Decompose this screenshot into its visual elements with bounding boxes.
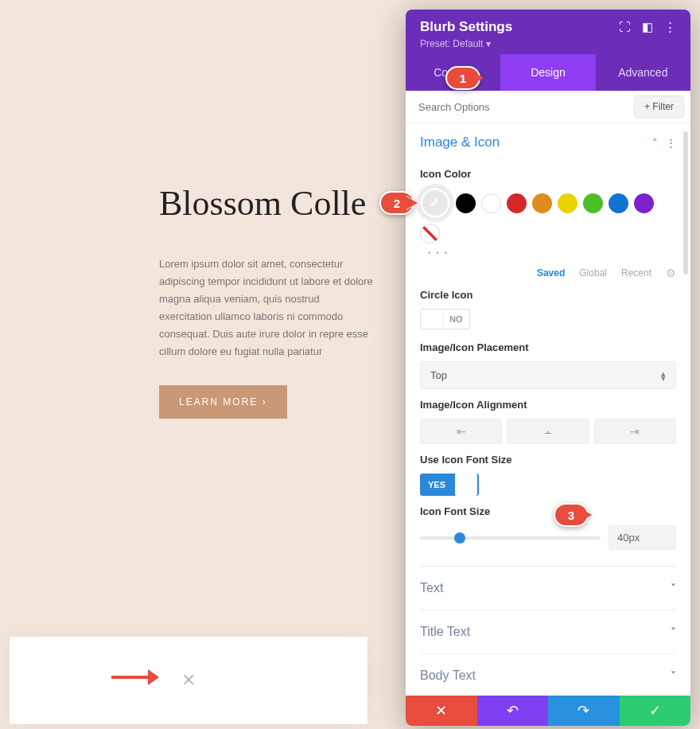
align-left-button[interactable]: ⇤ — [420, 419, 502, 444]
redo-button[interactable]: ↷ — [548, 696, 620, 726]
align-right-button[interactable]: ⇥ — [594, 419, 676, 444]
toggle-yes-label: YES — [420, 480, 453, 489]
placement-value: Top — [430, 369, 447, 381]
icon-color-label: Icon Color — [420, 168, 676, 180]
preview-card: ✕ — [10, 637, 368, 724]
preset-select[interactable]: Preset: Default ▾ — [420, 38, 676, 49]
save-button[interactable]: ✓ — [620, 696, 691, 726]
color-swatches — [420, 188, 676, 244]
filter-button[interactable]: + Filter — [634, 96, 684, 118]
section-text-label: Text — [420, 581, 443, 595]
toggle-no-label: NO — [443, 314, 469, 324]
circle-icon-label: Circle Icon — [420, 289, 676, 301]
undo-button[interactable]: ↶ — [477, 696, 549, 726]
learn-more-button[interactable]: LEARN MORE › — [159, 385, 287, 419]
circle-icon-toggle[interactable]: NO — [420, 309, 470, 329]
preview-heading: Blossom Colle — [159, 183, 374, 224]
annotation-marker-3: 3 — [554, 503, 589, 527]
more-colors-icon[interactable]: • • • — [428, 248, 676, 257]
annotation-arrow — [111, 669, 167, 684]
annotation-marker-1: 1 — [445, 66, 480, 90]
panel-header: Blurb Settings ⛶ ◧ ⋮ Preset: Default ▾ — [406, 10, 690, 54]
color-swatch[interactable] — [507, 193, 527, 213]
use-icon-font-label: Use Icon Font Size — [420, 454, 676, 466]
panel-title: Blurb Settings — [420, 19, 512, 35]
settings-panel: Blurb Settings ⛶ ◧ ⋮ Preset: Default ▾ C… — [406, 10, 690, 726]
section-text[interactable]: Text ˅ — [420, 566, 676, 610]
search-row: + Filter — [406, 91, 690, 123]
select-arrows-icon: ▴▾ — [661, 371, 666, 380]
color-tab-recent[interactable]: Recent — [621, 267, 651, 279]
align-center-button[interactable]: ⫠ — [507, 419, 589, 444]
preview-paragraph: Lorem ipsum dolor sit amet, consectetur … — [159, 255, 374, 361]
color-swatch[interactable] — [583, 193, 603, 213]
chevron-down-icon: ˅ — [671, 626, 676, 638]
tab-advanced[interactable]: Advanced — [596, 54, 690, 91]
menu-icon[interactable]: ⋮ — [664, 20, 676, 34]
color-swatch[interactable] — [532, 193, 552, 213]
search-input[interactable] — [406, 92, 628, 123]
color-tab-global[interactable]: Global — [579, 267, 607, 279]
color-swatch[interactable] — [609, 193, 628, 213]
section-body-text-label: Body Text — [420, 669, 476, 683]
section-title-text[interactable]: Title Text ˅ — [420, 610, 676, 653]
collapse-icon[interactable]: ˄ — [652, 137, 658, 149]
close-icon[interactable]: ✕ — [181, 670, 196, 691]
section-menu-icon[interactable]: ⋮ — [666, 137, 676, 149]
icon-font-size-label: Icon Font Size — [420, 505, 676, 517]
chevron-down-icon: ˅ — [671, 582, 676, 595]
alignment-label: Image/Icon Alignment — [420, 399, 676, 411]
gear-icon[interactable]: ⚙ — [666, 267, 676, 279]
snap-icon[interactable]: ◧ — [642, 20, 653, 34]
panel-footer: ✕ ↶ ↷ ✓ — [406, 696, 690, 726]
icon-font-size-slider[interactable] — [420, 536, 601, 540]
color-swatch[interactable] — [634, 193, 654, 213]
section-title-text-label: Title Text — [420, 625, 470, 639]
use-icon-font-toggle[interactable]: YES — [420, 474, 479, 496]
icon-font-size-value[interactable]: 40px — [609, 525, 676, 550]
color-swatch[interactable] — [481, 193, 501, 213]
cancel-button[interactable]: ✕ — [406, 696, 477, 726]
color-tab-saved[interactable]: Saved — [537, 267, 565, 279]
color-swatch[interactable] — [456, 193, 476, 213]
page-preview: Blossom Colle Lorem ipsum dolor sit amet… — [0, 0, 406, 729]
chevron-down-icon: ˅ — [671, 669, 676, 682]
scrollbar[interactable] — [683, 131, 688, 275]
annotation-marker-2: 2 — [379, 191, 414, 215]
tab-design[interactable]: Design — [500, 54, 595, 91]
color-swatch[interactable] — [558, 193, 578, 213]
color-swatch-transparent[interactable] — [420, 224, 440, 244]
section-body-text[interactable]: Body Text ˅ — [420, 653, 676, 696]
panel-body: Image & Icon ˄ ⋮ Icon Color • • • Saved … — [406, 123, 690, 696]
section-image-icon[interactable]: Image & Icon — [420, 134, 500, 150]
placement-select[interactable]: Top ▴▾ — [420, 361, 676, 389]
placement-label: Image/Icon Placement — [420, 341, 676, 353]
expand-icon[interactable]: ⛶ — [619, 20, 631, 34]
slider-thumb[interactable] — [454, 532, 465, 544]
